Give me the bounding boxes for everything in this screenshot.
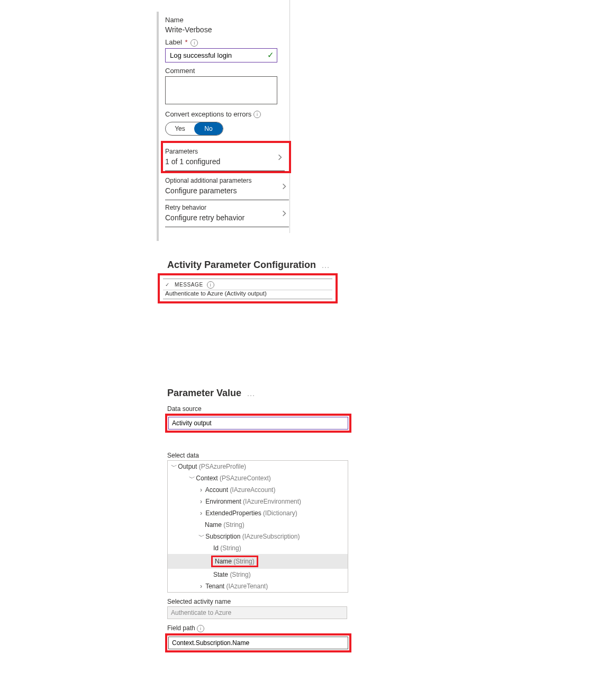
tree-row-account[interactable]: › Account (IAzureAccount) xyxy=(168,484,348,496)
tree-row-tenant[interactable]: › Tenant (IAzureTenant) xyxy=(168,580,348,592)
parameters-highlight: Parameters 1 of 1 configured xyxy=(161,141,291,173)
retry-behavior-title: Retry behavior xyxy=(165,204,289,211)
message-header-row[interactable]: ✓ MESSAGE i xyxy=(163,279,332,290)
pv-title: Parameter Value … xyxy=(167,388,352,399)
parameters-title: Parameters xyxy=(165,148,285,155)
selectdata-label: Select data xyxy=(167,452,352,459)
tree-item-label: Output xyxy=(178,463,197,470)
tree-item-type: (String) xyxy=(223,521,244,529)
selected-activity-input xyxy=(167,606,347,619)
convert-exceptions-toggle[interactable]: Yes No xyxy=(165,122,223,136)
info-icon[interactable]: i xyxy=(253,111,261,118)
convert-label-text: Convert exceptions to errors xyxy=(165,110,251,118)
tree-item-label: State xyxy=(213,571,228,578)
chevron-right-icon[interactable]: › xyxy=(198,509,204,517)
datasource-select[interactable] xyxy=(168,417,348,429)
tree-item-type: (IAzureEnvironment) xyxy=(243,498,301,505)
fieldpath-label: Field path i xyxy=(167,624,352,632)
comment-input[interactable] xyxy=(165,76,277,104)
tree-row-subscription[interactable]: ﹀ Subscription (IAzureSubscription) xyxy=(168,531,348,542)
tree-row-state[interactable]: State (String) xyxy=(168,569,348,580)
info-icon[interactable]: i xyxy=(197,625,204,632)
chevron-right-icon[interactable]: › xyxy=(198,582,204,590)
chevron-right-icon[interactable]: › xyxy=(198,486,204,494)
message-label: MESSAGE xyxy=(175,282,203,288)
tree-item-type: (IDictionary) xyxy=(263,509,297,517)
tree-row-context-name[interactable]: Name (String) xyxy=(168,519,348,531)
parameters-link[interactable]: Parameters 1 of 1 configured xyxy=(165,144,285,171)
chevron-right-icon xyxy=(282,183,287,190)
tree-item-label: Name xyxy=(215,558,232,565)
selected-activity-label: Selected activity name xyxy=(167,598,352,605)
optional-params-link[interactable]: Optional additional parameters Configure… xyxy=(165,173,289,200)
tree-item-type: (String) xyxy=(233,558,254,565)
label-input[interactable] xyxy=(165,48,277,62)
apc-title-text: Activity Parameter Configuration xyxy=(167,259,316,271)
chevron-down-icon[interactable]: ﹀ xyxy=(171,462,176,471)
tree-item-type: (IAzureAccount) xyxy=(230,486,275,494)
message-value: Authenticate to Azure (Activity output) xyxy=(163,290,332,299)
toggle-no[interactable]: No xyxy=(194,122,223,135)
chevron-right-icon[interactable]: › xyxy=(198,497,204,506)
retry-behavior-link[interactable]: Retry behavior Configure retry behavior xyxy=(165,200,289,227)
tree-row-extendedproperties[interactable]: › ExtendedProperties (IDictionary) xyxy=(168,507,348,519)
tree-item-label: Id xyxy=(213,544,219,552)
tree-item-type: (IAzureSubscription) xyxy=(242,533,300,540)
optional-params-value: Configure parameters xyxy=(165,186,289,195)
toggle-yes[interactable]: Yes xyxy=(166,122,194,135)
tree-item-label: ExtendedProperties xyxy=(205,509,261,517)
tree-item-label: Name xyxy=(205,521,222,529)
chevron-down-icon[interactable]: ﹀ xyxy=(189,474,194,482)
comment-label: Comment xyxy=(165,67,291,75)
datasource-highlight xyxy=(165,414,351,433)
tree-row-environment[interactable]: › Environment (IAzureEnvironment) xyxy=(168,496,348,507)
activity-param-config-panel: Activity Parameter Configuration … ✓ MES… xyxy=(167,259,347,277)
tree-item-type: (String) xyxy=(220,544,241,552)
fieldpath-input[interactable] xyxy=(168,637,348,649)
tree-row-id[interactable]: Id (String) xyxy=(168,542,348,554)
name-label: Name xyxy=(165,16,291,24)
label-label: Label * i xyxy=(165,38,291,47)
tree-item-type: (IAzureTenant) xyxy=(227,583,268,590)
fieldpath-label-text: Field path xyxy=(167,624,195,632)
more-icon[interactable]: … xyxy=(247,391,255,396)
info-icon[interactable]: i xyxy=(191,39,198,47)
tree-item-label: Context xyxy=(196,475,218,482)
tree-row-context[interactable]: ﹀ Context (PSAzureContext) xyxy=(168,472,348,484)
info-icon[interactable]: i xyxy=(207,281,214,289)
chevron-right-icon xyxy=(277,154,283,160)
tree-row-name[interactable]: Name (String) xyxy=(168,554,348,569)
datasource-label: Data source xyxy=(167,405,352,413)
name-highlight: Name (String) xyxy=(211,556,258,567)
convert-label: Convert exceptions to errors i xyxy=(165,110,291,119)
label-input-wrap: ✓ xyxy=(165,48,277,62)
tree-row-output[interactable]: ﹀ Output (PSAzureProfile) xyxy=(168,461,348,472)
more-icon[interactable]: … xyxy=(321,263,330,268)
tree-item-label: Tenant xyxy=(205,583,224,590)
tree-item-type: (PSAzureProfile) xyxy=(199,463,246,470)
tree-item-type: (String) xyxy=(230,571,250,578)
label-text: Label xyxy=(165,38,182,46)
chevron-down-icon[interactable]: ﹀ xyxy=(198,532,204,541)
name-value: Write-Verbose xyxy=(165,25,291,34)
activity-properties-panel: Name Write-Verbose Label * i ✓ Comment C… xyxy=(157,12,292,241)
parameters-value: 1 of 1 configured xyxy=(165,157,285,166)
message-highlight: ✓ MESSAGE i Authenticate to Azure (Activ… xyxy=(158,273,338,303)
optional-params-title: Optional additional parameters xyxy=(165,177,289,184)
required-star: * xyxy=(185,38,187,46)
fieldpath-highlight xyxy=(165,633,351,652)
check-icon: ✓ xyxy=(267,50,274,60)
chevron-right-icon xyxy=(282,210,287,217)
data-tree[interactable]: ﹀ Output (PSAzureProfile) ﹀ Context (PSA… xyxy=(167,460,348,593)
tree-item-label: Environment xyxy=(205,498,241,505)
pv-title-text: Parameter Value xyxy=(167,388,241,399)
retry-behavior-value: Configure retry behavior xyxy=(165,213,289,222)
tree-item-label: Account xyxy=(205,486,228,494)
tree-item-label: Subscription xyxy=(205,533,240,540)
tree-item-type: (PSAzureContext) xyxy=(220,475,271,482)
check-icon: ✓ xyxy=(165,282,170,288)
parameter-value-panel: Parameter Value … Data source Select dat… xyxy=(167,388,352,652)
apc-title: Activity Parameter Configuration … xyxy=(167,259,347,271)
